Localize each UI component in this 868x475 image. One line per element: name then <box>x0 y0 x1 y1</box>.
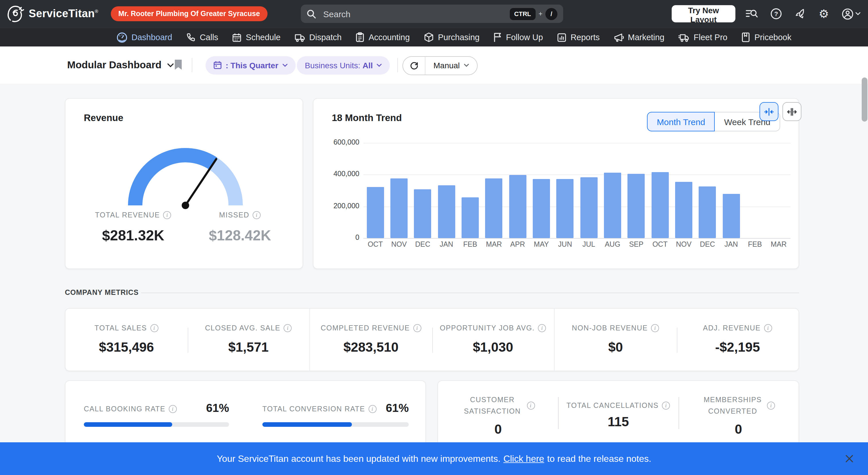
slash-key-badge: / <box>546 8 557 20</box>
info-icon[interactable]: i <box>253 211 261 219</box>
nav-item-schedule[interactable]: Schedule <box>232 32 280 42</box>
x-axis-tick-label: MAY <box>529 240 553 248</box>
bar-jan-3[interactable] <box>438 185 455 238</box>
brand-registered-mark: ® <box>95 9 98 14</box>
chevron-down-icon <box>167 63 174 67</box>
flag-icon <box>493 32 502 42</box>
date-filter-value: : This Quarter <box>226 61 278 70</box>
y-axis-tick-label: 200,000 <box>318 202 360 210</box>
bar-nov-1[interactable] <box>391 178 408 238</box>
pricebook-icon <box>741 32 750 42</box>
info-icon[interactable]: i <box>662 401 670 409</box>
rate-value: 61% <box>386 403 409 413</box>
bar-mar-5[interactable] <box>485 178 503 238</box>
rocket-icon[interactable] <box>795 8 806 20</box>
bar-jul-9[interactable] <box>580 177 597 238</box>
nav-item-pricebook[interactable]: Pricebook <box>741 32 792 42</box>
revenue-gauge-chart <box>122 142 249 211</box>
metric-total-sales: TOTAL SALESi $315,496 <box>65 309 187 371</box>
bar-jan-15[interactable] <box>722 194 740 238</box>
business-units-label: Business Units: <box>305 61 360 70</box>
info-icon[interactable]: i <box>764 324 772 332</box>
info-icon[interactable]: i <box>150 324 158 332</box>
section-divider <box>141 293 799 293</box>
date-range-filter[interactable]: : This Quarter <box>206 56 296 74</box>
tab-month-trend[interactable]: Month Trend <box>647 112 715 131</box>
collapse-columns-button[interactable] <box>760 102 778 121</box>
bar-feb-4[interactable] <box>462 197 479 238</box>
advanced-search-icon[interactable] <box>746 9 758 19</box>
x-axis-tick-label: JAN <box>434 240 458 248</box>
info-icon[interactable]: i <box>369 405 377 413</box>
bar-apr-6[interactable] <box>509 175 526 238</box>
bar-dec-2[interactable] <box>414 189 431 238</box>
clipboard-icon <box>355 32 365 42</box>
x-axis-tick-label: NOV <box>672 240 696 248</box>
x-axis-tick-label: DEC <box>695 240 720 248</box>
bar-nov-13[interactable] <box>675 181 692 238</box>
nav-item-reports[interactable]: Reports <box>557 32 600 42</box>
count-label: TOTAL CANCELLATIONS <box>566 401 658 409</box>
progress-fill <box>84 422 173 427</box>
try-new-layout-button[interactable]: Try New Layout <box>672 5 735 22</box>
info-icon[interactable]: i <box>538 324 546 332</box>
nav-item-marketing[interactable]: Marketing <box>613 32 664 42</box>
metric-completed-revenue: COMPLETED REVENUEi $283,510 <box>309 309 432 371</box>
refresh-controls: Manual <box>402 56 477 75</box>
x-axis-tick-label: MAR <box>767 240 791 248</box>
nav-label: Schedule <box>246 33 280 42</box>
bar-jun-8[interactable] <box>557 179 574 238</box>
nav-item-fleet-pro[interactable]: Fleet Pro <box>678 32 727 42</box>
info-icon[interactable]: i <box>413 324 422 332</box>
phone-icon <box>186 32 196 42</box>
nav-label: Fleet Pro <box>694 33 727 42</box>
x-axis-tick-label: NOV <box>387 240 411 248</box>
settings-gear-icon[interactable]: ⚙ <box>818 8 829 20</box>
nav-label: Marketing <box>628 33 664 42</box>
x-axis-tick-label: OCT <box>648 240 672 248</box>
business-units-value: All <box>363 61 373 70</box>
close-icon[interactable] <box>845 454 854 463</box>
info-icon[interactable]: i <box>651 324 659 332</box>
nav-item-dispatch[interactable]: Dispatch <box>294 32 342 42</box>
info-icon[interactable]: i <box>284 324 292 332</box>
refresh-button[interactable] <box>403 57 425 74</box>
bar-sep-11[interactable] <box>628 173 645 238</box>
info-icon[interactable]: i <box>527 401 535 409</box>
release-notes-link[interactable]: Click here <box>503 453 544 464</box>
bar-may-7[interactable] <box>533 179 550 238</box>
search-input[interactable] <box>322 8 509 19</box>
bar-oct-0[interactable] <box>367 187 384 238</box>
refresh-mode-dropdown[interactable]: Manual <box>425 61 477 70</box>
global-search[interactable]: CTRL + / <box>301 5 563 23</box>
dispatch-truck-icon <box>294 32 305 42</box>
nav-item-accounting[interactable]: Accounting <box>355 32 410 42</box>
info-icon[interactable]: i <box>767 401 775 409</box>
trend-card-title: 18 Month Trend <box>332 112 402 123</box>
expand-columns-button[interactable] <box>782 102 801 121</box>
servicetitan-logo[interactable]: ServiceTitan® <box>6 4 98 24</box>
nav-item-purchasing[interactable]: Purchasing <box>424 32 479 42</box>
bar-dec-14[interactable] <box>699 186 716 238</box>
bar-aug-10[interactable] <box>604 173 621 238</box>
help-icon[interactable]: ? <box>770 8 782 20</box>
business-units-filter[interactable]: Business Units: All <box>297 56 390 74</box>
info-icon[interactable]: i <box>163 211 172 219</box>
account-menu[interactable] <box>842 8 861 20</box>
x-axis-tick-label: SEP <box>624 240 648 248</box>
fleet-truck-icon <box>678 32 690 42</box>
revenue-card-title: Revenue <box>84 112 123 123</box>
svg-text:?: ? <box>774 10 778 18</box>
dashboard-selector[interactable]: Modular Dashboard <box>67 46 174 84</box>
count-value: 0 <box>735 421 742 437</box>
nav-item-follow-up[interactable]: Follow Up <box>493 32 543 42</box>
metric-value: $315,496 <box>99 340 154 355</box>
calendar-icon <box>214 61 222 69</box>
bookmark-icon[interactable] <box>174 59 183 71</box>
scrollbar-thumb[interactable] <box>862 77 867 122</box>
nav-item-calls[interactable]: Calls <box>186 32 218 42</box>
nav-item-dashboard[interactable]: Dashboard <box>117 32 172 43</box>
bar-oct-12[interactable] <box>651 172 669 238</box>
info-icon[interactable]: i <box>169 405 177 413</box>
x-axis-tick-label: JUL <box>577 240 601 248</box>
